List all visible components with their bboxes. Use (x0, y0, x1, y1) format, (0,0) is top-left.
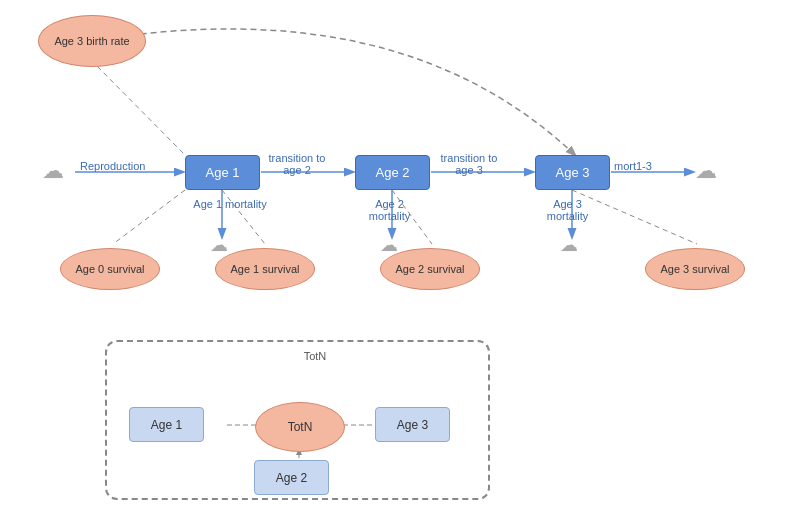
age2-box: Age 2 (355, 155, 430, 190)
age3-mortality-label: Age 3mortality (530, 198, 605, 222)
transition-age2-label: transition toage 2 (262, 152, 332, 176)
bottom-age1-box: Age 1 (129, 407, 204, 442)
age1-label: Age 1 (206, 165, 240, 180)
svg-line-7 (113, 190, 185, 244)
age3-survival-label: Age 3 survival (660, 263, 729, 275)
age3-box: Age 3 (535, 155, 610, 190)
age3-label: Age 3 (556, 165, 590, 180)
mort13-label: mort1-3 (614, 160, 652, 172)
totn-top-label: TotN (285, 350, 345, 362)
totn-ellipse: TotN (255, 402, 345, 452)
age1-survival-ellipse: Age 1 survival (215, 248, 315, 290)
age2-survival-label: Age 2 survival (395, 263, 464, 275)
cloud-left-icon: ☁ (42, 158, 64, 184)
birthrate-label: Age 3 birth rate (54, 35, 129, 47)
age2-survival-ellipse: Age 2 survival (380, 248, 480, 290)
age0-survival-label: Age 0 survival (75, 263, 144, 275)
age1-mortality-label: Age 1 mortality (185, 198, 275, 210)
age1-box: Age 1 (185, 155, 260, 190)
main-diagram: ☁ ☁ ☁ ☁ ☁ Age 3 birth rate Age 1 Age 2 A… (0, 0, 800, 518)
cloud-right-icon: ☁ (695, 158, 717, 184)
bottom-container: TotN Age 1 Age 3 Age 2 (105, 340, 490, 500)
transition-age3-label: transition toage 3 (434, 152, 504, 176)
cloud-mort1-icon: ☁ (210, 234, 228, 256)
bottom-age3-box: Age 3 (375, 407, 450, 442)
bottom-age2-box: Age 2 (254, 460, 329, 495)
svg-line-11 (91, 60, 185, 155)
cloud-mort3-icon: ☁ (560, 234, 578, 256)
age2-mortality-label: Age 2mortality (352, 198, 427, 222)
age1-survival-label: Age 1 survival (230, 263, 299, 275)
reproduction-label: Reproduction (80, 160, 145, 172)
birthrate-ellipse: Age 3 birth rate (38, 15, 146, 67)
age0-survival-ellipse: Age 0 survival (60, 248, 160, 290)
age3-survival-ellipse: Age 3 survival (645, 248, 745, 290)
age2-label: Age 2 (376, 165, 410, 180)
